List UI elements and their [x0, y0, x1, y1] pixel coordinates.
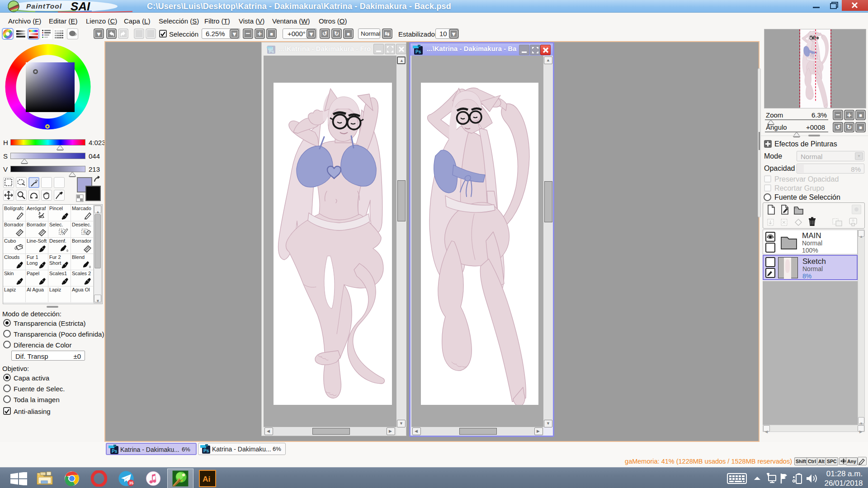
svg-text:PaintTool: PaintTool — [26, 2, 62, 10]
svg-text:Ps: Ps — [203, 448, 209, 453]
svg-text:Ps: Ps — [112, 449, 118, 454]
svg-text:35: 35 — [129, 481, 133, 485]
svg-text:S: S — [61, 230, 63, 234]
svg-text:S: S — [83, 230, 86, 234]
svg-text:Ps: Ps — [415, 49, 421, 54]
svg-text:Ai: Ai — [203, 474, 210, 483]
svg-text:Ps: Ps — [269, 49, 274, 54]
